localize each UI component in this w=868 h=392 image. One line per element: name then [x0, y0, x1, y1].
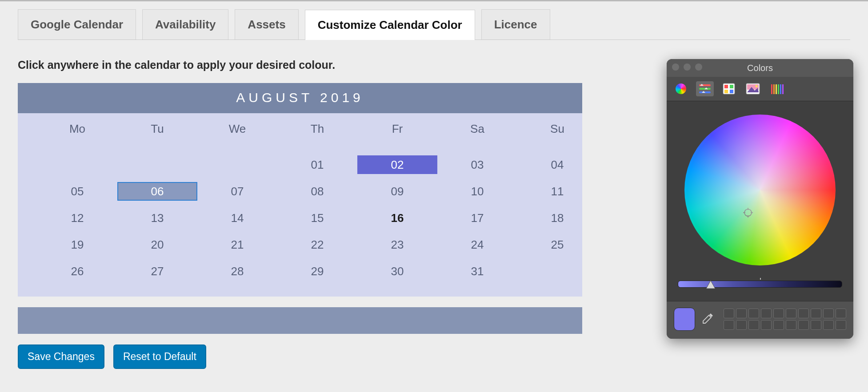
history-swatch-16[interactable]: [798, 320, 809, 330]
brightness-midpoint-tick: [760, 278, 761, 280]
tab-licence[interactable]: Licence: [481, 9, 550, 40]
history-swatch-13[interactable]: [761, 320, 772, 330]
calendar-day-4[interactable]: 04: [517, 155, 597, 174]
calendar-day-19[interactable]: 19: [37, 235, 117, 254]
calendar-day-10[interactable]: 10: [437, 182, 517, 201]
svg-rect-17: [773, 84, 775, 94]
calendar-day-2[interactable]: 02: [357, 155, 437, 174]
calendar-day-6[interactable]: 06: [117, 182, 197, 201]
svg-rect-16: [771, 84, 772, 94]
history-swatch-1[interactable]: [736, 309, 747, 318]
tab-google-calendar[interactable]: Google Calendar: [18, 9, 136, 40]
calendar-day-17[interactable]: 17: [437, 209, 517, 227]
calendar-day-20[interactable]: 20: [117, 235, 197, 254]
pencils-tab-icon[interactable]: [768, 81, 786, 96]
window-titlebar: Colors: [667, 59, 853, 77]
brightness-knob-icon[interactable]: [705, 279, 716, 289]
svg-rect-10: [724, 90, 728, 93]
window-close-button[interactable]: [672, 63, 679, 71]
history-swatch-0[interactable]: [724, 309, 734, 318]
calendar-day-24[interactable]: 24: [437, 235, 517, 254]
color-sliders-tab-icon[interactable]: [696, 81, 714, 96]
svg-point-15: [756, 85, 758, 87]
color-history-grid[interactable]: [724, 309, 846, 330]
calendar-day-22[interactable]: 22: [277, 235, 357, 254]
calendar-weekday-we: We: [229, 122, 246, 136]
color-wheel[interactable]: [684, 115, 836, 265]
selected-color-swatch[interactable]: [674, 308, 695, 331]
tab-availability[interactable]: Availability: [142, 9, 228, 40]
calendar-footer-bar: [18, 307, 582, 334]
calendar-day-25[interactable]: 25: [517, 235, 597, 254]
save-changes-button[interactable]: Save Changes: [18, 344, 104, 369]
brightness-slider[interactable]: [678, 278, 842, 290]
svg-rect-18: [776, 84, 777, 94]
calendar-empty-cell: [117, 155, 197, 174]
calendar-day-3[interactable]: 03: [437, 155, 517, 174]
calendar-day-13[interactable]: 13: [117, 209, 197, 227]
reset-default-button[interactable]: Reset to Default: [113, 344, 206, 369]
color-wheel-crosshair-icon: [743, 208, 753, 218]
calendar-day-21[interactable]: 21: [197, 235, 277, 254]
calendar-weekday-sa: Sa: [470, 122, 484, 136]
calendar-day-8[interactable]: 08: [277, 182, 357, 201]
svg-rect-9: [730, 85, 733, 88]
history-swatch-9[interactable]: [836, 309, 846, 318]
history-swatch-17[interactable]: [811, 320, 821, 330]
calendar-day-27[interactable]: 27: [117, 262, 197, 281]
calendar-day-12[interactable]: 12: [37, 209, 117, 227]
calendar-weekday-tu: Tu: [151, 122, 164, 136]
calendar-day-29[interactable]: 29: [277, 262, 357, 281]
history-swatch-14[interactable]: [773, 320, 784, 330]
history-swatch-3[interactable]: [761, 309, 772, 318]
calendar-empty-cell: [37, 155, 117, 174]
tab-assets[interactable]: Assets: [235, 9, 298, 40]
eyedropper-icon[interactable]: [701, 312, 715, 327]
calendar-day-1[interactable]: 01: [277, 155, 357, 174]
calendar-weekday-fr: Fr: [392, 122, 403, 136]
history-swatch-5[interactable]: [786, 309, 796, 318]
history-swatch-4[interactable]: [773, 309, 784, 318]
calendar-day-30[interactable]: 30: [357, 262, 437, 281]
history-swatch-12[interactable]: [748, 320, 759, 330]
svg-point-22: [744, 209, 752, 216]
calendar-day-26[interactable]: 26: [37, 262, 117, 281]
tab-customize-calendar-color[interactable]: Customize Calendar Color: [305, 10, 475, 40]
svg-marker-27: [706, 281, 715, 289]
history-swatch-10[interactable]: [724, 320, 734, 330]
calendar-day-16[interactable]: 16: [357, 209, 437, 227]
history-swatch-6[interactable]: [798, 309, 809, 318]
history-swatch-11[interactable]: [736, 320, 747, 330]
color-picker-title: Colors: [747, 63, 773, 73]
history-swatch-18[interactable]: [823, 320, 834, 330]
color-palettes-tab-icon[interactable]: [720, 81, 738, 96]
color-picker-panel: Colors: [667, 59, 853, 339]
history-swatch-7[interactable]: [811, 309, 821, 318]
calendar-day-31[interactable]: 31: [437, 262, 517, 281]
calendar-day-14[interactable]: 14: [197, 209, 277, 227]
svg-rect-20: [780, 84, 781, 94]
svg-rect-11: [730, 90, 733, 93]
calendar-day-7[interactable]: 07: [197, 182, 277, 201]
history-swatch-2[interactable]: [748, 309, 759, 318]
window-minimize-button[interactable]: [684, 63, 691, 71]
svg-rect-8: [724, 85, 728, 88]
color-wheel-tab-icon[interactable]: [672, 81, 690, 96]
image-palettes-tab-icon[interactable]: [744, 81, 762, 96]
history-swatch-15[interactable]: [786, 320, 796, 330]
svg-rect-19: [778, 84, 779, 94]
calendar-day-9[interactable]: 09: [357, 182, 437, 201]
calendar-day-18[interactable]: 18: [517, 209, 597, 227]
calendar-empty-cell: [197, 155, 277, 174]
window-zoom-button[interactable]: [695, 63, 702, 71]
calendar-weekday-su: Su: [550, 122, 564, 136]
brightness-track: [678, 281, 842, 288]
history-swatch-8[interactable]: [823, 309, 834, 318]
calendar-day-15[interactable]: 15: [277, 209, 357, 227]
calendar-weekday-th: Th: [311, 122, 324, 136]
calendar-day-5[interactable]: 05: [37, 182, 117, 201]
calendar-day-28[interactable]: 28: [197, 262, 277, 281]
history-swatch-19[interactable]: [836, 320, 846, 330]
calendar-day-11[interactable]: 11: [517, 182, 597, 201]
calendar-day-23[interactable]: 23: [357, 235, 437, 254]
